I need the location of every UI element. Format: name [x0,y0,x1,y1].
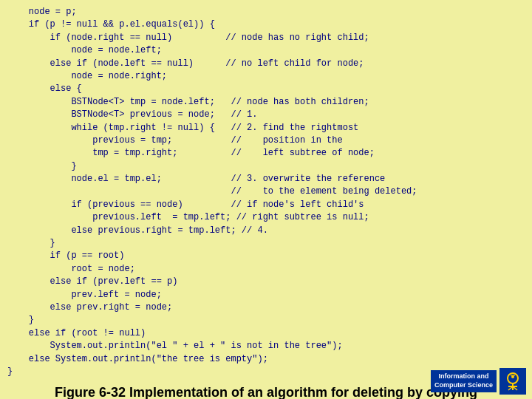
svg-point-6 [511,375,514,378]
logo-icon [499,368,526,395]
bottom-bar: Information and Computer Science [431,368,526,395]
logo-line1: Information and [438,372,488,380]
svg-rect-0 [499,368,526,395]
logo-line2: Computer Science [434,381,493,389]
logo-box: Information and Computer Science [431,370,497,392]
code-container: node = p; if (p != null && p.el.equals(e… [0,0,532,381]
caption-text: Figure 6-32 Implementation of an algorit… [55,385,477,399]
